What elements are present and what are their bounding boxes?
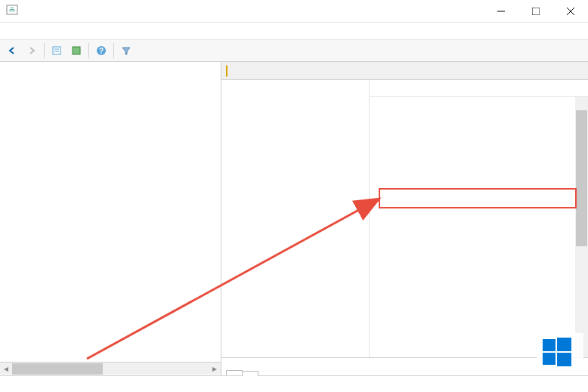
tree-pane: ◂ ▸ bbox=[0, 62, 221, 375]
svg-rect-15 bbox=[543, 339, 556, 351]
status-bar bbox=[0, 375, 588, 392]
svg-rect-1 bbox=[11, 8, 14, 8]
svg-rect-11 bbox=[73, 47, 80, 54]
watermark bbox=[537, 333, 583, 371]
close-button[interactable] bbox=[553, 0, 588, 23]
settings-column-header[interactable] bbox=[370, 80, 588, 97]
tab-strip bbox=[221, 357, 588, 375]
windows-logo-icon bbox=[541, 336, 573, 368]
svg-rect-18 bbox=[557, 353, 571, 366]
list-button[interactable] bbox=[67, 42, 85, 60]
tab-standard[interactable] bbox=[242, 371, 258, 376]
settings-list[interactable] bbox=[370, 97, 588, 100]
back-button[interactable] bbox=[3, 42, 21, 60]
detail-panel bbox=[221, 80, 369, 357]
right-pane bbox=[221, 62, 588, 375]
toolbar: ? bbox=[0, 39, 588, 62]
tree-view[interactable] bbox=[0, 62, 221, 362]
titlebar bbox=[0, 0, 588, 23]
properties-button[interactable] bbox=[48, 42, 66, 60]
settings-panel bbox=[369, 80, 588, 357]
folder-icon bbox=[226, 66, 227, 76]
forward-button[interactable] bbox=[23, 42, 41, 60]
menubar bbox=[0, 23, 588, 39]
svg-rect-8 bbox=[53, 47, 60, 54]
settings-vertical-scrollbar[interactable] bbox=[575, 97, 588, 357]
svg-rect-17 bbox=[543, 353, 556, 365]
filter-button[interactable] bbox=[117, 42, 135, 60]
svg-text:?: ? bbox=[99, 47, 104, 55]
help-button[interactable]: ? bbox=[92, 42, 110, 60]
minimize-button[interactable] bbox=[484, 0, 518, 23]
right-header bbox=[221, 62, 588, 80]
horizontal-scrollbar[interactable]: ◂ ▸ bbox=[0, 362, 221, 375]
app-icon bbox=[6, 4, 18, 18]
maximize-button[interactable] bbox=[518, 0, 553, 23]
svg-rect-5 bbox=[532, 8, 540, 15]
svg-rect-2 bbox=[10, 9, 14, 10]
tab-extended[interactable] bbox=[226, 370, 243, 375]
callout-box bbox=[379, 188, 577, 208]
svg-rect-3 bbox=[9, 11, 15, 11]
svg-rect-16 bbox=[557, 338, 571, 351]
